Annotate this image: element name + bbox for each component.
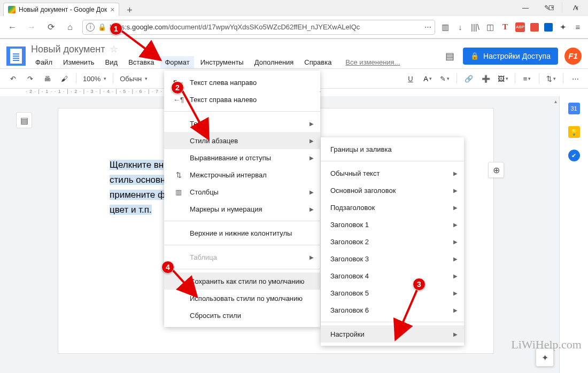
submenu-arrow-icon: ▶ <box>453 188 458 193</box>
insert-link-button[interactable]: 🔗 <box>461 71 476 86</box>
extension-puzzle-icon[interactable]: ✦ <box>558 22 568 32</box>
zoom-select[interactable]: 100% <box>81 75 109 83</box>
paint-format-button[interactable]: 🖌 <box>57 71 72 86</box>
columns-icon: ▥ <box>174 188 183 196</box>
browser-tab[interactable]: Новый документ - Google Док × <box>3 3 119 16</box>
library-icon[interactable]: |||\ <box>470 22 480 32</box>
comments-icon[interactable]: ▤ <box>443 49 457 63</box>
menu-addons[interactable]: Дополнения <box>250 56 298 68</box>
star-icon[interactable]: ☆ <box>110 43 118 55</box>
text-color-button[interactable]: A <box>420 71 435 86</box>
menu-use-default-styles[interactable]: Использовать стили по умолчанию <box>164 290 320 307</box>
submenu-title[interactable]: Основной заголовок ▶ <box>321 182 464 199</box>
insert-comment-button[interactable]: ➕ <box>478 71 493 86</box>
submenu-arrow-icon: ▶ <box>310 138 314 144</box>
menu-table: Таблица ▶ <box>164 248 320 266</box>
explore-button[interactable]: ✦ <box>536 348 554 367</box>
submenu-heading-6[interactable]: Заголовок 6 ▶ <box>321 301 464 318</box>
menu-line-spacing[interactable]: ⇅ Межстрочный интервал <box>164 166 320 183</box>
menu-icon[interactable]: ≡ <box>573 22 583 32</box>
submenu-subtitle[interactable]: Подзаголовок ▶ <box>321 199 464 216</box>
submenu-arrow-icon: ▶ <box>453 205 458 211</box>
address-bar[interactable]: i 🔒 https:s.google.com/document/d/17wpwY… <box>82 20 435 35</box>
annotation-marker-1: 1 <box>110 22 122 35</box>
lock-icon: 🔒 <box>98 23 106 31</box>
changes-link[interactable]: Все изменения... <box>345 58 400 66</box>
redo-button[interactable]: ↷ <box>22 71 37 86</box>
align-button[interactable]: ≡ <box>520 71 535 86</box>
reload-button[interactable]: ⟳ <box>44 20 58 34</box>
submenu-arrow-icon: ▶ <box>453 239 458 245</box>
menu-text[interactable]: Текст ▶ <box>164 115 320 132</box>
extension-abp-icon[interactable]: ABP <box>515 22 525 32</box>
submenu-heading-5[interactable]: Заголовок 5 ▶ <box>321 284 464 301</box>
forward-button: → <box>25 20 38 34</box>
submenu-arrow-icon: ▶ <box>453 273 458 279</box>
submenu-heading-3[interactable]: Заголовок 3 ▶ <box>321 250 464 267</box>
menu-format[interactable]: Формат <box>160 56 194 68</box>
lock-white-icon: 🔒 <box>470 52 479 60</box>
menu-bullets-numbering[interactable]: Маркеры и нумерация ▶ <box>164 200 320 217</box>
menu-text-rtl[interactable]: ←¶ Текст справа налево <box>164 91 320 108</box>
scroll-up-icon[interactable]: ▴ <box>554 98 557 104</box>
submenu-normal-text[interactable]: Обычный текст ▶ <box>321 165 464 182</box>
keep-icon[interactable]: 💡 <box>568 126 580 138</box>
menu-edit[interactable]: Изменить <box>59 56 99 68</box>
home-button[interactable]: ⌂ <box>63 20 77 34</box>
submenu-arrow-icon: ▶ <box>453 222 458 228</box>
style-select[interactable]: Обычн <box>118 75 150 83</box>
minimize-button[interactable]: — <box>517 4 533 12</box>
tasks-icon[interactable]: ✔ <box>568 150 580 161</box>
sidebar-icon[interactable]: ◫ <box>485 22 495 32</box>
submenu-arrow-icon: ▶ <box>453 307 458 313</box>
f1-badge-icon[interactable]: F1 <box>564 48 582 65</box>
menu-file[interactable]: Файл <box>31 56 57 68</box>
document-title[interactable]: Новый документ <box>31 44 105 55</box>
download-icon[interactable]: ↓ <box>455 22 465 32</box>
submenu-arrow-icon: ▶ <box>310 254 314 260</box>
menu-headers-footers[interactable]: Верхние и нижние колонтитулы <box>164 224 320 242</box>
print-button[interactable]: 🖶 <box>40 71 55 86</box>
submenu-arrow-icon: ▶ <box>310 121 314 127</box>
add-comment-button[interactable]: ⊕ <box>488 162 504 178</box>
menu-text-ltr[interactable]: ¶→ Текст слева направо <box>164 74 320 91</box>
editing-mode-button[interactable]: ✎ <box>541 0 556 15</box>
menu-help[interactable]: Справка <box>300 56 336 68</box>
share-button[interactable]: 🔒 Настройки Доступа <box>463 48 558 65</box>
submenu-arrow-icon: ▶ <box>453 170 458 176</box>
more-tools-button[interactable]: ⋯ <box>568 71 583 86</box>
underline-button[interactable]: U <box>403 71 418 86</box>
submenu-arrow-icon: ▶ <box>310 206 314 212</box>
menu-columns[interactable]: ▥ Столбцы ▶ <box>164 183 320 200</box>
undo-button[interactable]: ↶ <box>5 71 20 86</box>
extension-blue-icon[interactable] <box>544 23 553 32</box>
menu-paragraph-styles[interactable]: Стили абзацев ▶ <box>164 132 320 149</box>
calendar-icon[interactable]: 31 <box>568 103 580 114</box>
menu-view[interactable]: Вид <box>101 56 122 68</box>
outline-button[interactable]: ▤ <box>16 112 32 128</box>
back-button[interactable]: ← <box>5 20 19 34</box>
extension-red-icon[interactable] <box>530 23 539 32</box>
insert-image-button[interactable]: 🖼 <box>496 71 510 86</box>
close-tab-icon[interactable]: × <box>110 5 114 14</box>
submenu-heading-4[interactable]: Заголовок 4 ▶ <box>321 267 464 284</box>
site-info-icon[interactable]: i <box>86 23 95 32</box>
submenu-borders-shading[interactable]: Границы и заливка <box>321 141 464 158</box>
submenu-settings[interactable]: Настройки ▶ <box>321 325 464 343</box>
line-spacing-button[interactable]: ⇅ <box>544 71 559 86</box>
extension-t-icon[interactable]: T <box>500 22 510 32</box>
menu-align-indent[interactable]: Выравнивание и отступы ▶ <box>164 149 320 166</box>
submenu-heading-2[interactable]: Заголовок 2 ▶ <box>321 233 464 250</box>
selected-text[interactable]: Щелкните вн стиль основн примените ф цве… <box>110 158 166 217</box>
menu-save-default-styles[interactable]: Сохранить как стили по умолчанию <box>164 273 320 290</box>
reader-icon[interactable]: ▥ <box>440 22 450 32</box>
docs-logo-icon[interactable] <box>6 46 26 66</box>
menu-insert[interactable]: Вставка <box>124 56 158 68</box>
highlight-button[interactable]: ✎ <box>437 71 452 86</box>
submenu-heading-1[interactable]: Заголовок 1 ▶ <box>321 216 464 233</box>
menu-reset-styles[interactable]: Сбросить стили <box>164 307 320 324</box>
collapse-toolbar-button[interactable]: ᐱ <box>568 0 583 15</box>
menu-tools[interactable]: Инструменты <box>196 56 248 68</box>
new-tab-button[interactable]: + <box>123 4 135 16</box>
url-actions-icon[interactable]: ⋯ <box>424 23 431 31</box>
